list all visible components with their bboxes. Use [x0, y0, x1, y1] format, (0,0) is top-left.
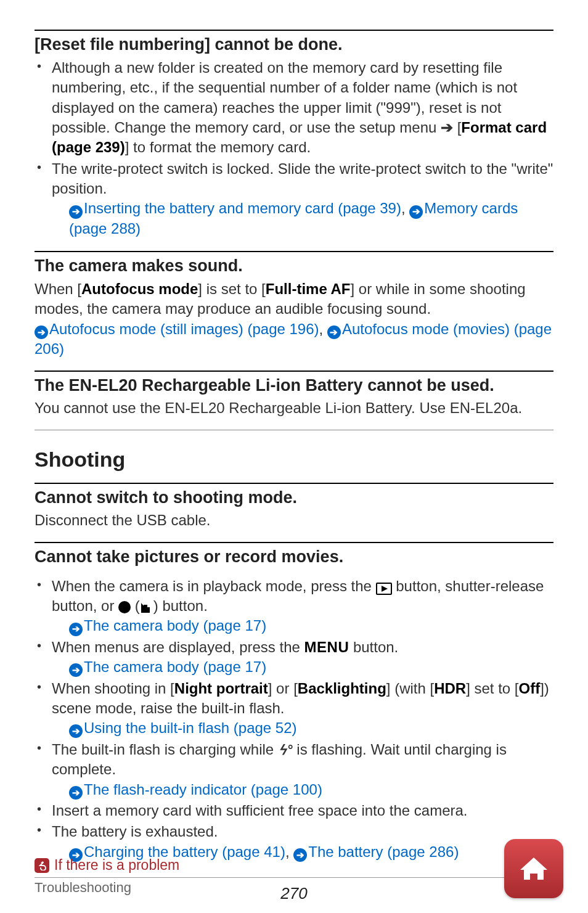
link-arrow-icon: ➔	[69, 786, 83, 800]
link-af-still[interactable]: Autofocus mode (still images) (page 196)	[49, 321, 319, 337]
text: When menus are displayed, press the	[52, 639, 304, 655]
link-line: ➔Autofocus mode (still images) (page 196…	[35, 319, 553, 359]
heading-en-el20: The EN-EL20 Rechargeable Li-ion Battery …	[35, 375, 553, 396]
menu-button-icon: MENU	[304, 639, 349, 655]
list-item: When the camera is in playback mode, pre…	[35, 576, 553, 636]
text: button.	[162, 597, 207, 614]
link-arrow-icon: ➔	[69, 623, 83, 636]
playback-button-icon	[376, 583, 392, 595]
text-bold: Full-time AF	[266, 280, 351, 297]
list-item: Insert a memory card with sufficient fre…	[35, 801, 553, 821]
list-item: When menus are displayed, press the MENU…	[35, 637, 553, 678]
section-heading-shooting: Shooting	[35, 448, 553, 472]
list-item: The built-in flash is charging while ϟ° …	[35, 740, 553, 800]
heading-cannot-switch-mode: Cannot switch to shooting mode.	[35, 488, 553, 509]
svg-rect-2	[141, 607, 150, 613]
text-bold: Off	[519, 680, 541, 697]
text: ,	[401, 200, 409, 216]
paragraph: You cannot use the EN-EL20 Rechargeable …	[35, 398, 553, 418]
text: ] set to [	[466, 680, 518, 697]
list-item: The write-protect switch is locked. Slid…	[35, 159, 553, 239]
home-button[interactable]	[504, 839, 563, 898]
svg-rect-3	[144, 605, 147, 607]
link-arrow-icon: ➔	[327, 325, 341, 339]
text: The write-protect switch is locked. Slid…	[52, 160, 553, 197]
text: button.	[349, 639, 398, 655]
footer-breadcrumb[interactable]: If there is a problem	[35, 857, 553, 876]
text: The built-in flash is charging while	[52, 741, 278, 758]
text: ,	[319, 321, 327, 337]
list-item: The battery is exhausted. ➔Charging the …	[35, 822, 553, 862]
heading-camera-makes-sound: The camera makes sound.	[35, 256, 553, 277]
link-arrow-icon: ➔	[409, 205, 423, 219]
list-item: When shooting in [Night portrait] or [Ba…	[35, 679, 553, 739]
link-arrow-icon: ➔	[69, 205, 83, 219]
text: Insert a memory card with sufficient fre…	[52, 802, 468, 819]
home-icon	[517, 851, 551, 886]
text: When the camera is in playback mode, pre…	[52, 578, 376, 594]
footer-subsection-label: Troubleshooting	[35, 877, 553, 896]
text: When shooting in [	[52, 680, 174, 697]
link-arrow-icon: ➔	[69, 663, 83, 677]
text: ] to format the memory card.	[125, 139, 311, 155]
text-bold: Night portrait	[174, 680, 268, 697]
svg-marker-0	[382, 586, 388, 592]
link-flash-ready[interactable]: The flash-ready indicator (page 100)	[84, 781, 322, 798]
text-bold: HDR	[434, 680, 466, 697]
text-bold: Autofocus mode	[81, 280, 198, 297]
svg-marker-5	[520, 858, 547, 880]
paragraph: When [Autofocus mode] is set to [Full-ti…	[35, 279, 553, 319]
text: The battery is exhausted.	[52, 823, 218, 840]
text: (	[135, 597, 140, 614]
link-arrow-icon: ➔	[69, 724, 83, 738]
ok-button-icon	[118, 601, 131, 613]
text: ] or [	[268, 680, 298, 697]
link-arrow-icon: ➔	[35, 325, 48, 339]
list-item: Although a new folder is created on the …	[35, 58, 553, 158]
link-camera-body-1[interactable]: The camera body (page 17)	[84, 617, 266, 634]
text: ] is set to [	[198, 280, 265, 297]
heading-reset-file-numbering: [Reset file numbering] cannot be done.	[35, 35, 553, 55]
link-builtin-flash[interactable]: Using the built-in flash (page 52)	[84, 719, 297, 736]
movie-record-icon	[140, 601, 153, 613]
text: When [	[35, 280, 81, 297]
arrow-right-icon: ➔	[441, 119, 453, 136]
link-inserting-battery[interactable]: Inserting the battery and memory card (p…	[84, 200, 401, 216]
heading-cannot-take-pictures: Cannot take pictures or record movies.	[35, 547, 553, 568]
text-bold: Backlighting	[298, 680, 386, 697]
paragraph: Disconnect the USB cable.	[35, 510, 553, 530]
footer-section-label: If there is a problem	[54, 857, 179, 874]
flash-charging-icon: ϟ°	[278, 742, 293, 758]
text: ] (with [	[386, 680, 434, 697]
back-icon[interactable]	[35, 858, 49, 873]
link-camera-body-2[interactable]: The camera body (page 17)	[84, 658, 266, 675]
text: )	[153, 597, 158, 614]
